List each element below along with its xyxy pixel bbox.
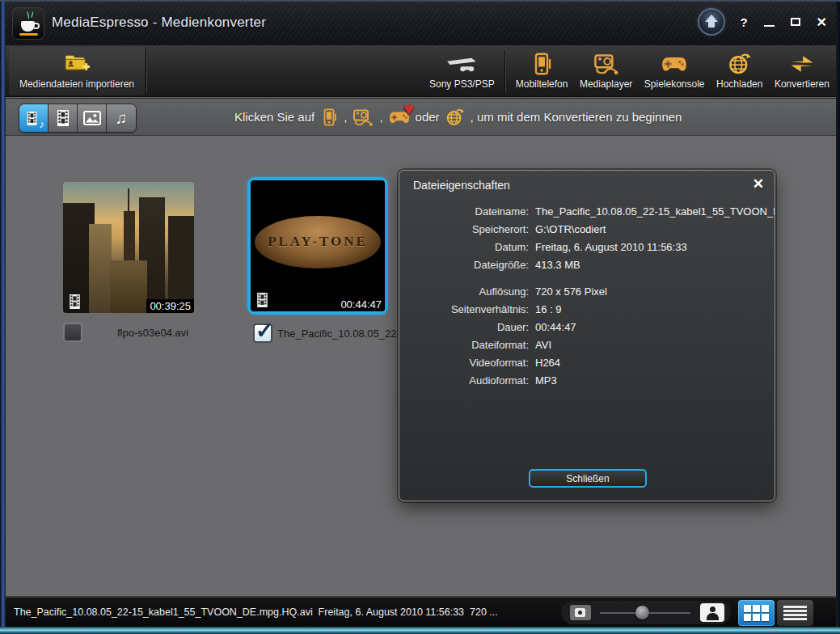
property-value: H264 — [535, 356, 775, 370]
property-value: 00:44:47 — [535, 320, 775, 334]
device-convert[interactable]: Konvertieren — [771, 47, 833, 95]
thumbnail-size-slider — [561, 601, 731, 624]
list-view-button[interactable] — [777, 600, 813, 626]
property-row: Seitenverhältnis: 16 : 9 — [399, 302, 775, 316]
toolbar-divider — [504, 50, 505, 92]
property-label: Dateiname: — [399, 205, 529, 218]
upgrade-icon[interactable] — [699, 10, 724, 34]
device-mobile-phone[interactable]: Mobiltelefon — [513, 47, 572, 95]
video-filmstrip-icon — [56, 110, 70, 126]
property-row: Dateiformat: AVI — [399, 338, 775, 352]
property-row: Auflösung: 720 x 576 Pixel — [399, 285, 775, 298]
property-label: Datum: — [399, 240, 529, 254]
status-text: The_Pacific_10.08.05_22-15_kabel1_55_TVO… — [14, 607, 498, 618]
media-thumbnail[interactable]: PLAY-TONE 00:44:47 — [247, 177, 388, 315]
title-bar: MediaEspresso - Medienkonverter ? ✕ — [0, 0, 840, 45]
app-window: MediaEspresso - Medienkonverter ? ✕ Medi… — [0, 0, 840, 634]
instruction-text: , um mit dem Konvertieren zu beginnen — [471, 110, 682, 124]
media-player-icon — [593, 51, 619, 77]
property-value: Freitag, 6. August 2010 11:56:33 — [535, 240, 775, 254]
main-toolbar: Mediendateien importieren ♥ Sony PS3/PSP… — [6, 45, 836, 97]
import-media-label: Mediendateien importieren — [9, 78, 145, 90]
grid-view-icon — [744, 605, 769, 621]
property-value: 720 x 576 Pixel — [535, 285, 775, 298]
video-thumbnail-city: 00:39:25 — [63, 182, 194, 313]
media-thumbnail[interactable]: 00:39:25 — [63, 182, 194, 313]
device-media-player[interactable]: Mediaplayer — [576, 47, 635, 95]
property-label: Seitenverhältnis: — [399, 302, 529, 316]
property-label: Dateiformat: — [399, 338, 529, 352]
film-icon — [68, 294, 82, 309]
media-checkbox[interactable] — [63, 323, 82, 342]
property-value: G:\OTR\codiert — [535, 222, 775, 236]
convert-arrows-icon — [789, 51, 815, 77]
video-thumbnail-playtone: PLAY-TONE 00:44:47 — [251, 180, 385, 311]
status-bar: The_Pacific_10.08.05_22-15_kabel1_55_TVO… — [6, 596, 836, 627]
property-value: The_Pacific_10.08.05_22-15_kabel1_55_TVO… — [535, 205, 775, 218]
instruction-text: Klicken Sie auf — [234, 110, 314, 124]
close-dialog-button[interactable]: Schließen — [529, 469, 647, 488]
property-label: Videoformat: — [399, 356, 529, 370]
property-row: Audioformat: MP3 — [399, 374, 775, 387]
property-value: 16 : 9 — [535, 302, 775, 316]
duration-badge: 00:39:25 — [146, 299, 194, 313]
grid-view-button[interactable] — [738, 600, 775, 626]
window-border-top — [0, 0, 840, 2]
slider-handle[interactable] — [635, 606, 649, 619]
media-checkbox[interactable] — [253, 323, 272, 343]
device-upload[interactable]: Hochladen — [713, 47, 766, 95]
all-media-note-icon: ♪ — [40, 118, 45, 130]
property-label: Auflösung: — [399, 285, 529, 298]
property-label: Dauer: — [399, 320, 529, 334]
playtone-logo: PLAY-TONE — [255, 216, 381, 268]
filter-music-button[interactable]: ♫ — [107, 104, 136, 132]
film-icon — [255, 293, 269, 307]
property-row: Dateiname: The_Pacific_10.08.05_22-15_ka… — [399, 205, 775, 218]
property-row: Videoformat: H264 — [399, 356, 775, 370]
window-border-left — [0, 0, 6, 627]
close-button[interactable]: ✕ — [817, 15, 827, 30]
dialog-close-icon[interactable]: ✕ — [753, 175, 764, 192]
property-label: Audioformat: — [399, 374, 529, 387]
media-filename: The_Pacific_10.08.05_22- — [277, 328, 400, 340]
help-button[interactable]: ? — [740, 15, 747, 29]
all-media-icon — [26, 112, 38, 125]
window-border-right — [836, 0, 840, 627]
property-value: 413.3 MB — [535, 258, 775, 272]
toolbar-divider — [146, 49, 146, 93]
instruction-text: , — [344, 110, 347, 124]
filter-video-button[interactable] — [49, 104, 78, 132]
import-folder-icon — [64, 52, 90, 74]
device-label: Mediaplayer — [580, 78, 632, 90]
media-filename: flpo-s03e04.avi — [117, 327, 188, 339]
small-thumbnail-icon[interactable] — [570, 605, 591, 620]
property-label: Dateigröße: — [399, 258, 529, 272]
globe-upload-icon — [728, 51, 752, 77]
import-media-button[interactable]: Mediendateien importieren — [9, 47, 145, 95]
window-title: MediaEspresso - Medienkonverter — [52, 15, 266, 31]
window-border-bottom — [0, 627, 840, 634]
property-row: Speicherort: G:\OTR\codiert — [399, 222, 775, 236]
media-player-icon — [352, 108, 374, 127]
property-row: Dateigröße: 413.3 MB — [399, 258, 775, 272]
device-label: Spielekonsole — [644, 78, 705, 90]
mobile-phone-icon — [530, 51, 553, 77]
favorite-heart-icon: ♥ — [403, 99, 414, 120]
device-game-console[interactable]: Spielekonsole — [641, 47, 708, 95]
filter-all-media-button[interactable]: ♪ — [19, 104, 49, 132]
device-label: Konvertieren — [775, 78, 829, 90]
filter-photo-button[interactable] — [78, 104, 107, 132]
property-value: MP3 — [535, 374, 775, 387]
minimize-button[interactable] — [764, 25, 775, 27]
photo-icon — [83, 111, 101, 125]
media-type-filter: ♪ ♫ — [19, 104, 137, 133]
large-thumbnail-icon[interactable] — [700, 603, 724, 622]
property-value: AVI — [535, 338, 775, 352]
maximize-button[interactable] — [791, 18, 800, 26]
convert-instruction: Klicken Sie auf , , oder , um mit dem Ko… — [234, 99, 682, 135]
mobile-phone-icon — [320, 108, 338, 126]
globe-upload-icon — [445, 108, 465, 127]
device-sony-ps3-psp[interactable]: Sony PS3/PSP — [426, 47, 498, 95]
ps3-console-icon — [446, 51, 477, 77]
instruction-text: oder — [416, 110, 440, 124]
